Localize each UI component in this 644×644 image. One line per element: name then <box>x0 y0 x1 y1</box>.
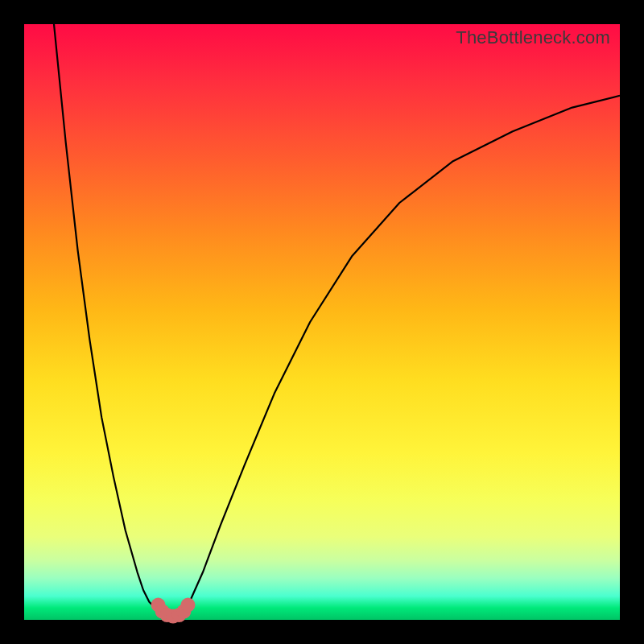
plot-area: TheBottleneck.com <box>24 24 620 620</box>
chart-svg <box>24 24 620 620</box>
bottleneck-curve <box>54 24 620 617</box>
highlight-marker <box>181 598 196 613</box>
chart-frame: TheBottleneck.com <box>0 0 644 644</box>
highlight-band-points <box>151 598 196 624</box>
